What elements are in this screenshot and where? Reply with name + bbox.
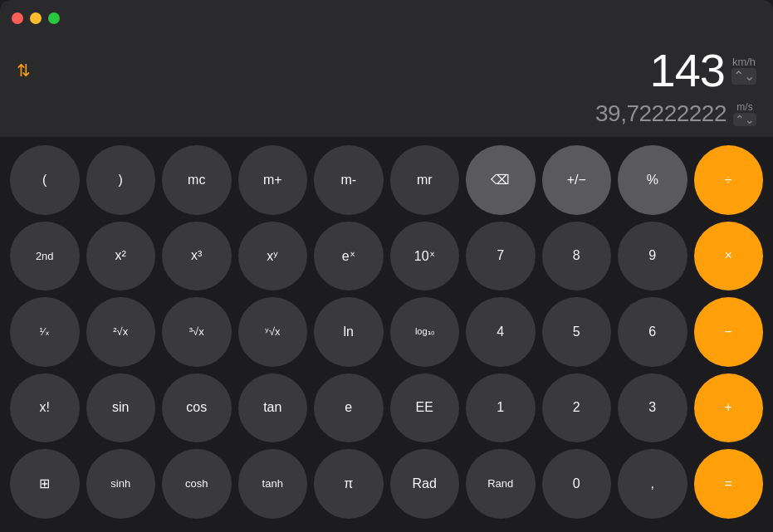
key-cos[interactable]: cos (162, 373, 232, 443)
key-four[interactable]: 4 (466, 297, 536, 367)
key-one[interactable]: 1 (466, 373, 536, 443)
primary-unit-label: km/h (732, 56, 756, 68)
key-ten-to-x[interactable]: 10ˣ (390, 222, 460, 291)
key-x-to-y[interactable]: xʸ (238, 222, 308, 291)
key-e-to-x[interactable]: eˣ (314, 222, 384, 291)
key-plus-minus[interactable]: +/− (542, 145, 612, 215)
key-x-cubed[interactable]: x³ (162, 222, 232, 291)
key-row-row2: 2ndx²x³xʸeˣ10ˣ789× (10, 222, 763, 291)
key-nine[interactable]: 9 (618, 222, 687, 291)
key-multiply[interactable]: × (694, 222, 764, 291)
key-five[interactable]: 5 (542, 297, 612, 367)
key-percent[interactable]: % (618, 145, 687, 215)
key-pi[interactable]: π (314, 449, 384, 519)
key-m-minus[interactable]: m- (314, 145, 384, 215)
maximize-button[interactable] (48, 12, 60, 24)
display-area: ⇅ 143 km/h ⌃⌄ 39,72222222 m/s ⌃⌄ (0, 37, 773, 137)
key-two[interactable]: 2 (542, 373, 612, 443)
keypad: ()mcm+m-mr⌫+/−%÷2ndx²x³xʸeˣ10ˣ789×¹⁄ₓ²√x… (0, 137, 773, 527)
key-sinh[interactable]: sinh (86, 449, 156, 519)
key-cosh[interactable]: cosh (162, 449, 232, 519)
minimize-button[interactable] (30, 12, 42, 24)
key-row-row3: ¹⁄ₓ²√x³√xʸ√xlnlog₁₀456− (10, 297, 763, 367)
key-second[interactable]: 2nd (10, 222, 80, 291)
key-mr[interactable]: mr (390, 145, 460, 215)
sort-icon[interactable]: ⇅ (17, 61, 31, 81)
key-backspace[interactable]: ⌫ (466, 145, 536, 215)
primary-value: 143 (650, 43, 725, 97)
key-log10[interactable]: log₁₀ (390, 297, 460, 367)
key-unit-converter[interactable]: ⊞ (10, 449, 80, 519)
key-zero[interactable]: 0 (542, 449, 612, 519)
key-factorial[interactable]: x! (10, 373, 80, 443)
key-mc[interactable]: mc (162, 145, 232, 215)
secondary-value: 39,72222222 (595, 100, 727, 127)
key-divide[interactable]: ÷ (694, 145, 764, 215)
key-decimal[interactable]: , (618, 449, 687, 519)
key-close-paren[interactable]: ) (86, 145, 156, 215)
key-sin[interactable]: sin (86, 373, 156, 443)
close-button[interactable] (12, 12, 23, 24)
key-eight[interactable]: 8 (542, 222, 612, 291)
key-equals[interactable]: = (694, 449, 764, 519)
key-seven[interactable]: 7 (466, 222, 536, 291)
titlebar (0, 0, 773, 37)
key-ln[interactable]: ln (314, 297, 384, 367)
key-subtract[interactable]: − (694, 297, 764, 367)
key-one-over-x[interactable]: ¹⁄ₓ (10, 297, 80, 367)
key-rad[interactable]: Rad (390, 449, 460, 519)
key-three[interactable]: 3 (618, 373, 687, 443)
key-rand[interactable]: Rand (466, 449, 536, 519)
primary-unit-arrows[interactable]: ⌃⌄ (731, 68, 756, 84)
key-x-squared[interactable]: x² (86, 222, 156, 291)
key-row-row5: ⊞sinhcoshtanhπRadRand0,= (10, 449, 763, 519)
key-tanh[interactable]: tanh (238, 449, 308, 519)
key-row-row4: x!sincostaneEE123+ (10, 373, 763, 443)
key-cbrt[interactable]: ³√x (162, 297, 232, 367)
key-add[interactable]: + (694, 373, 764, 443)
secondary-unit-label: m/s (736, 101, 752, 113)
key-row-row1: ()mcm+m-mr⌫+/−%÷ (10, 145, 763, 215)
key-euler-e[interactable]: e (314, 373, 384, 443)
secondary-unit-arrows[interactable]: ⌃⌄ (733, 113, 756, 127)
key-m-plus[interactable]: m+ (238, 145, 308, 215)
key-sqrt[interactable]: ²√x (86, 297, 156, 367)
key-tan[interactable]: tan (238, 373, 308, 443)
key-open-paren[interactable]: ( (10, 145, 80, 215)
key-yth-root[interactable]: ʸ√x (238, 297, 308, 367)
key-ee[interactable]: EE (390, 373, 460, 443)
key-six[interactable]: 6 (618, 297, 687, 367)
